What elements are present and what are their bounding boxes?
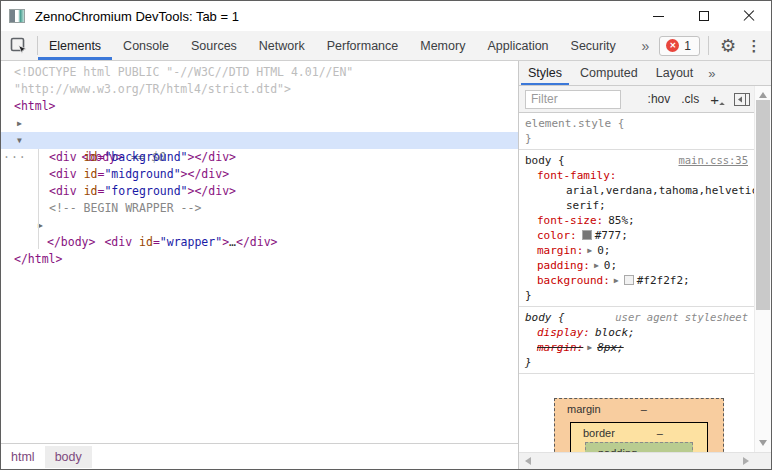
attr-name-token: id bbox=[84, 184, 98, 198]
settings-button[interactable]: ⚙ bbox=[715, 33, 741, 59]
property-name[interactable]: font-size: bbox=[537, 214, 603, 227]
scroll-down-arrow[interactable] bbox=[759, 440, 767, 446]
property-value[interactable]: 0; bbox=[604, 259, 617, 272]
rule-body-main-css[interactable]: body {main.css:35 font-family: arial,ver… bbox=[519, 150, 754, 307]
styles-filter-input[interactable] bbox=[525, 90, 621, 109]
sidebar-toggle-icon[interactable] bbox=[734, 93, 750, 106]
property-name[interactable]: background: bbox=[537, 274, 610, 287]
chevron-right-icon[interactable]: ▶ bbox=[17, 115, 22, 132]
css-property-background[interactable]: background:▶#f2f2f2; bbox=[525, 273, 748, 288]
maximize-button[interactable] bbox=[681, 1, 726, 31]
doctype-text: "http://www.w3.org/TR/html4/strict.dtd"> bbox=[14, 82, 291, 96]
rule-selector[interactable]: body bbox=[525, 311, 552, 324]
expand-property-icon[interactable]: ▶ bbox=[594, 258, 599, 273]
rule-selector[interactable]: element.style bbox=[525, 117, 611, 130]
tree-node-html-close[interactable]: </html> bbox=[1, 251, 518, 268]
tab-elements[interactable]: Elements bbox=[38, 31, 112, 60]
breadcrumb-item-body[interactable]: body bbox=[45, 446, 92, 468]
tree-line-doctype-1[interactable]: <!DOCTYPE html PUBLIC "-//W3C//DTD HTML … bbox=[1, 64, 518, 81]
inspect-element-button[interactable] bbox=[1, 31, 37, 60]
user-agent-stylesheet-label: user agent stylesheet bbox=[615, 310, 748, 325]
expand-property-icon[interactable]: ▶ bbox=[587, 340, 592, 355]
toggle-element-classes-button[interactable]: .cls bbox=[681, 92, 699, 106]
css-value-font-family-1[interactable]: arial,verdana,tahoma,helvetic bbox=[525, 183, 748, 198]
tree-node-div-background[interactable]: <div id="background"></div> bbox=[1, 149, 518, 166]
tab-computed[interactable]: Computed bbox=[571, 61, 647, 85]
rule-selector[interactable]: body bbox=[525, 154, 552, 167]
chevron-down-icon[interactable]: ▼ bbox=[17, 132, 22, 149]
tree-node-body-selected[interactable]: ···▼<body>== $0 bbox=[1, 132, 518, 149]
scroll-left-arrow[interactable] bbox=[525, 457, 531, 465]
tree-node-div-midground[interactable]: <div id="midground"></div> bbox=[1, 166, 518, 183]
tab-sources[interactable]: Sources bbox=[180, 31, 248, 60]
breadcrumb-item-html[interactable]: html bbox=[1, 446, 45, 468]
expand-property-icon[interactable]: ▶ bbox=[614, 273, 619, 288]
rule-body-user-agent[interactable]: body {user agent stylesheet display:bloc… bbox=[519, 307, 754, 374]
tab-network[interactable]: Network bbox=[248, 31, 316, 60]
tree-line-doctype-2[interactable]: "http://www.w3.org/TR/html4/strict.dtd"> bbox=[1, 81, 518, 98]
scroll-right-arrow[interactable] bbox=[743, 457, 749, 465]
property-name[interactable]: color: bbox=[537, 229, 577, 242]
tree-node-comment[interactable]: <!-- BEGIN WRAPPER --> bbox=[1, 200, 518, 217]
box-model-margin: margin– border– padding– bbox=[554, 398, 724, 452]
tree-node-div-wrapper[interactable]: ▶<div id="wrapper">…</div> bbox=[1, 217, 518, 234]
more-sidebar-tabs-button[interactable]: » bbox=[702, 61, 721, 85]
css-property-display[interactable]: display:block; bbox=[525, 325, 748, 340]
tab-application[interactable]: Application bbox=[476, 31, 559, 60]
expand-property-icon[interactable]: ▶ bbox=[587, 243, 592, 258]
vertical-scrollbar[interactable] bbox=[754, 86, 771, 452]
css-property-color[interactable]: color:#777; bbox=[525, 228, 748, 243]
box-model-margin-label: margin bbox=[567, 403, 601, 415]
tab-memory[interactable]: Memory bbox=[409, 31, 476, 60]
property-name[interactable]: display: bbox=[537, 326, 590, 339]
main-menu-button[interactable]: ⋮ bbox=[741, 33, 767, 59]
property-value[interactable]: block; bbox=[595, 326, 635, 339]
css-value-font-family-2[interactable]: serif; bbox=[525, 198, 748, 213]
box-model-section: margin– border– padding– bbox=[519, 374, 754, 452]
tag-token: <html> bbox=[14, 99, 56, 113]
new-style-rule-button[interactable]: + bbox=[710, 91, 723, 108]
property-name[interactable]: font-family: bbox=[537, 169, 616, 182]
more-tabs-button[interactable]: » bbox=[632, 31, 660, 60]
tree-node-html[interactable]: <html> bbox=[1, 98, 518, 115]
minimize-button[interactable] bbox=[636, 1, 681, 31]
box-model-margin-value[interactable]: – bbox=[641, 403, 647, 415]
property-name[interactable]: margin: bbox=[537, 244, 583, 257]
rule-element-style[interactable]: element.style { } bbox=[519, 113, 754, 150]
stylesheet-source-link[interactable]: main.css:35 bbox=[678, 153, 748, 168]
close-button[interactable] bbox=[726, 1, 771, 31]
box-model-border-value[interactable]: – bbox=[657, 427, 663, 439]
tree-node-head[interactable]: ▶<head>…</head> bbox=[1, 115, 518, 132]
attr-name-token: id bbox=[84, 150, 98, 164]
css-property-padding[interactable]: padding:▶0; bbox=[525, 258, 748, 273]
property-value[interactable]: #f2f2f2; bbox=[637, 274, 690, 287]
attr-value-token: "midground" bbox=[104, 167, 180, 181]
error-count-badge[interactable]: ✕ 1 bbox=[659, 36, 700, 56]
vertical-scrollbar-thumb[interactable] bbox=[756, 100, 770, 310]
scroll-up-arrow[interactable] bbox=[759, 92, 767, 98]
css-property-margin[interactable]: margin:▶0; bbox=[525, 243, 748, 258]
tree-node-div-foreground[interactable]: <div id="foreground"></div> bbox=[1, 183, 518, 200]
chevron-double-right-icon: » bbox=[642, 38, 650, 54]
horizontal-scrollbar[interactable] bbox=[519, 452, 771, 469]
property-name[interactable]: margin: bbox=[537, 341, 583, 354]
tab-security[interactable]: Security bbox=[560, 31, 627, 60]
styles-content: :hov .cls + element.style { } bbox=[519, 86, 754, 452]
property-value[interactable]: 8px; bbox=[597, 341, 624, 354]
css-property-margin-overridden[interactable]: margin:▶8px; bbox=[525, 340, 748, 355]
property-value[interactable]: #777; bbox=[595, 229, 628, 242]
toggle-pseudo-classes-button[interactable]: :hov bbox=[648, 92, 671, 106]
property-value[interactable]: 85%; bbox=[608, 214, 635, 227]
css-property-font-family[interactable]: font-family: bbox=[525, 168, 748, 183]
tab-console[interactable]: Console bbox=[112, 31, 180, 60]
property-value[interactable]: 0; bbox=[597, 244, 610, 257]
tree-node-body-close[interactable]: </body> bbox=[1, 234, 518, 251]
tab-performance[interactable]: Performance bbox=[316, 31, 410, 60]
tab-styles[interactable]: Styles bbox=[519, 61, 571, 85]
css-property-font-size[interactable]: font-size:85%; bbox=[525, 213, 748, 228]
property-value: serif; bbox=[566, 199, 606, 212]
property-name[interactable]: padding: bbox=[537, 259, 590, 272]
color-swatch[interactable] bbox=[582, 230, 592, 240]
tab-layout[interactable]: Layout bbox=[647, 61, 703, 85]
color-swatch[interactable] bbox=[624, 275, 634, 285]
